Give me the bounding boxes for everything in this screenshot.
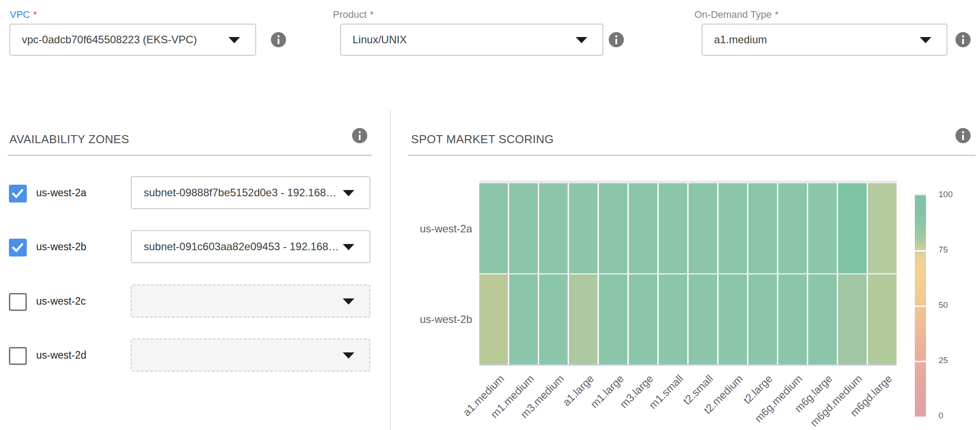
heatmap-cell-us-west-2a-t2.medium[interactable] <box>718 183 747 273</box>
product-select[interactable]: Linux/UNIX <box>340 24 603 56</box>
availability-zones-divider <box>8 155 372 156</box>
spot-market-scoring-section: SPOT MARKET SCORING us-west-2aus-west-2b… <box>390 107 980 430</box>
subnet-select-value: subnet-09888f7be5152d0e3 - 192.168… <box>132 186 336 199</box>
product-select-caret-icon <box>576 37 587 43</box>
zone-name-label: us-west-2a <box>36 176 86 209</box>
vpc-select-value: vpc-0adcb70f645508223 (EKS-VPC) <box>10 33 197 46</box>
heatmap-cell-us-west-2b-m6g.medium[interactable] <box>778 274 807 364</box>
subnet-select-caret-icon <box>343 298 354 305</box>
zone-checkbox-us-west-2b-checked[interactable] <box>9 239 27 256</box>
product-required-asterisk: * <box>370 9 374 20</box>
heatmap-cell-us-west-2b-t2.large[interactable] <box>748 274 777 364</box>
heatmap-cell-us-west-2a-m1.medium[interactable] <box>509 183 538 273</box>
spot-market-heatmap: us-west-2aus-west-2b a1.mediumm1.mediumm… <box>390 107 980 430</box>
heatmap-cell-us-west-2b-m1.large[interactable] <box>599 274 627 364</box>
heatmap-cell-us-west-2a-m6g.medium[interactable] <box>778 183 807 273</box>
availability-zones-title: AVAILABILITY ZONES <box>9 132 129 147</box>
vpc-info-icon[interactable] <box>271 32 286 47</box>
zone-name-label: us-west-2d <box>36 339 86 372</box>
product-label: Product* <box>333 8 374 21</box>
vpc-select[interactable]: vpc-0adcb70f645508223 (EKS-VPC) <box>9 24 256 56</box>
on-demand-type-required-asterisk: * <box>775 9 779 20</box>
heatmap-x-axis-line <box>479 364 897 366</box>
availability-zone-row: us-west-2b subnet-091c603aa82e09453 - 19… <box>0 230 393 263</box>
subnet-select-value: subnet-091c603aa82e09453 - 192.168… <box>132 240 339 253</box>
heatmap-cell-us-west-2b-m6gd.medium[interactable] <box>838 274 867 364</box>
top-form: VPC* vpc-0adcb70f645508223 (EKS-VPC) Pro… <box>0 0 980 58</box>
on-demand-type-label-text: On-Demand Type <box>694 9 772 20</box>
availability-zone-row: us-west-2a subnet-09888f7be5152d0e3 - 19… <box>0 176 393 209</box>
heatmap-row-label-us-west-2b: us-west-2b <box>383 313 472 326</box>
heatmap-cell-us-west-2a-a1.large[interactable] <box>569 183 598 273</box>
vpc-label-text: VPC <box>10 9 30 20</box>
availability-zones-info-icon[interactable] <box>352 128 367 143</box>
heatmap-cell-us-west-2b-m1.small[interactable] <box>659 274 687 364</box>
zone-name-label: us-west-2b <box>36 230 86 263</box>
heatmap-cell-us-west-2b-m3.medium[interactable] <box>539 274 568 364</box>
on-demand-type-label: On-Demand Type* <box>694 8 779 21</box>
heatmap-cell-us-west-2b-t2.small[interactable] <box>689 274 717 364</box>
heatmap-cell-us-west-2b-m3.large[interactable] <box>629 274 657 364</box>
colorbar-tick <box>915 250 926 252</box>
heatmap-cell-us-west-2a-m1.small[interactable] <box>659 183 687 273</box>
subnet-select-caret-icon <box>343 352 354 359</box>
heatmap-row-label-us-west-2a: us-west-2a <box>383 222 472 236</box>
zone-checkbox-us-west-2a-checked[interactable] <box>9 185 27 203</box>
availability-zone-row: us-west-2d <box>0 339 393 372</box>
product-select-value: Linux/UNIX <box>341 33 407 46</box>
zone-checkbox-us-west-2c-unchecked[interactable] <box>9 293 27 311</box>
vpc-required-asterisk: * <box>33 9 37 20</box>
availability-zones-section: AVAILABILITY ZONES us-west-2a subnet-098… <box>0 107 390 430</box>
heatmap-cell-us-west-2a-t2.small[interactable] <box>689 183 717 273</box>
heatmap-cell-us-west-2a-m6gd.large[interactable] <box>868 183 897 273</box>
availability-zone-row: us-west-2c <box>0 285 393 318</box>
heatmap-cell-us-west-2a-m3.large[interactable] <box>629 183 657 273</box>
colorbar-label-25: 25 <box>938 356 948 365</box>
heatmap-cell-us-west-2b-t2.medium[interactable] <box>718 274 747 364</box>
heatmap-cell-us-west-2a-a1.medium[interactable] <box>479 183 508 273</box>
product-info-icon[interactable] <box>609 32 624 47</box>
zone-checkbox-us-west-2d-unchecked[interactable] <box>9 347 27 365</box>
subnet-select[interactable] <box>131 285 370 318</box>
colorbar-label-75: 75 <box>938 245 948 255</box>
heatmap-cell-us-west-2a-t2.large[interactable] <box>748 183 777 273</box>
product-label-text: Product <box>333 9 367 20</box>
checkmark-icon <box>9 239 27 256</box>
heatmap-cell-us-west-2a-m6g.large[interactable] <box>808 183 837 273</box>
colorbar-label-0: 0 <box>938 411 943 421</box>
on-demand-type-select-caret-icon <box>920 37 931 43</box>
vpc-label: VPC* <box>10 8 37 21</box>
subnet-select[interactable] <box>131 339 370 372</box>
colorbar-tick <box>915 361 926 362</box>
heatmap-cell-us-west-2a-m6gd.medium[interactable] <box>838 183 867 273</box>
heatmap-cell-us-west-2b-m6gd.large[interactable] <box>868 274 897 364</box>
colorbar-tick <box>915 306 926 307</box>
heatmap-cell-us-west-2b-m1.medium[interactable] <box>509 274 538 364</box>
subnet-select-caret-icon <box>343 244 354 250</box>
subnet-select-caret-icon <box>343 190 354 196</box>
on-demand-type-select[interactable]: a1.medium <box>702 24 947 56</box>
heatmap-cell-us-west-2b-a1.medium[interactable] <box>479 274 508 364</box>
subnet-select[interactable]: subnet-091c603aa82e09453 - 192.168… <box>131 230 370 263</box>
heatmap-cell-us-west-2a-m1.large[interactable] <box>599 183 627 273</box>
checkmark-icon <box>9 185 27 203</box>
heatmap-cell-us-west-2b-a1.large[interactable] <box>569 274 598 364</box>
colorbar-label-100: 100 <box>938 190 953 199</box>
colorbar-label-50: 50 <box>938 300 948 310</box>
heatmap-cell-us-west-2b-m6g.large[interactable] <box>808 274 837 364</box>
vpc-select-caret-icon <box>228 37 240 43</box>
on-demand-type-info-icon[interactable] <box>955 32 971 47</box>
zone-name-label: us-west-2c <box>36 285 86 318</box>
on-demand-type-select-value: a1.medium <box>702 33 767 46</box>
heatmap-cell-us-west-2a-m3.medium[interactable] <box>539 183 568 273</box>
heatmap-grid <box>479 183 897 364</box>
subnet-select[interactable]: subnet-09888f7be5152d0e3 - 192.168… <box>131 176 370 209</box>
colorbar <box>915 195 926 417</box>
